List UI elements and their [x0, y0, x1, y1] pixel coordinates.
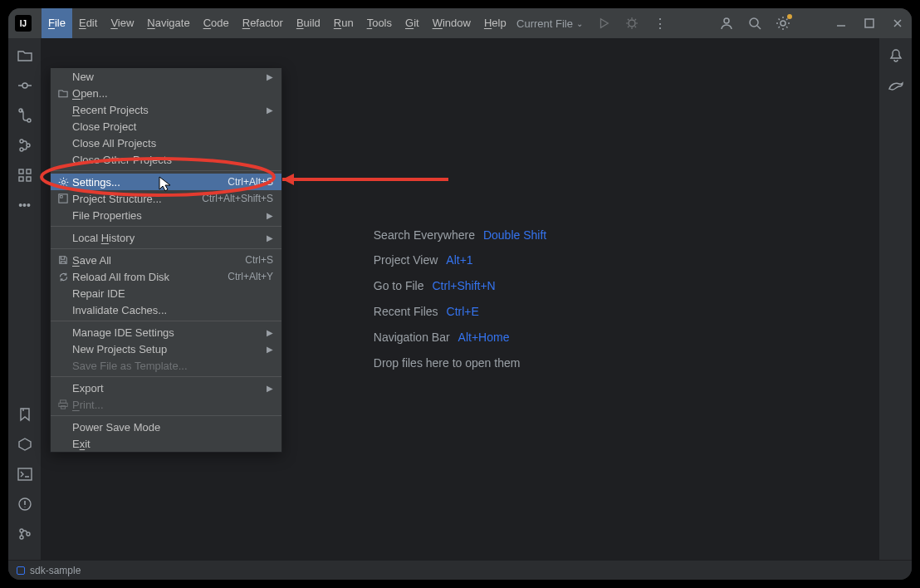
svg-rect-4 — [865, 19, 874, 27]
svg-point-18 — [20, 536, 23, 539]
terminal-tool-icon[interactable] — [16, 465, 34, 483]
build-tool-icon[interactable] — [16, 435, 34, 453]
file-menu-open[interactable]: Open... — [51, 85, 281, 101]
vcs-tool-icon[interactable] — [16, 106, 34, 125]
status-indicator-icon[interactable] — [17, 566, 25, 575]
file-menu-recent-projects[interactable]: Recent Projects▶ — [51, 101, 281, 118]
settings-icon[interactable] — [776, 16, 790, 31]
file-menu-dropdown: New▶Open...Recent Projects▶Close Project… — [50, 68, 282, 453]
menu-item-label: Close All Projects — [72, 137, 273, 149]
menu-tools[interactable]: Tools — [360, 8, 399, 38]
debug-icon[interactable] — [624, 16, 639, 31]
chevron-right-icon: ▶ — [267, 233, 273, 243]
chevron-right-icon: ▶ — [267, 105, 273, 115]
maximize-button[interactable] — [862, 16, 877, 31]
menu-file[interactable]: File — [42, 8, 72, 38]
svg-rect-15 — [18, 468, 32, 480]
menu-navigate[interactable]: Navigate — [140, 8, 196, 38]
file-menu-power-save-mode[interactable]: Power Save Mode — [51, 419, 281, 435]
menu-item-label: Save File as Template... — [72, 360, 273, 372]
file-menu-close-other-projects[interactable]: Close Other Projects — [51, 151, 281, 168]
chevron-down-icon: ⌄ — [576, 19, 583, 28]
welcome-shortcut: Ctrl+E — [447, 299, 479, 325]
more-icon[interactable]: ⋮ — [653, 16, 668, 31]
menu-code[interactable]: Code — [197, 8, 236, 38]
svg-rect-22 — [61, 196, 63, 198]
menu-separator — [51, 376, 281, 377]
menu-item-label: Close Project — [72, 120, 273, 133]
menu-build[interactable]: Build — [290, 8, 327, 38]
project-name-label[interactable]: sdk-sample — [30, 565, 81, 576]
menu-item-label: Local History — [72, 232, 267, 244]
file-menu-new-projects-setup[interactable]: New Projects Setup▶ — [51, 341, 281, 357]
svg-point-0 — [629, 20, 635, 27]
file-menu-invalidate-caches[interactable]: Invalidate Caches... — [51, 301, 281, 318]
file-menu-settings[interactable]: Settings...Ctrl+Alt+S — [51, 174, 281, 190]
welcome-shortcut: Ctrl+Shift+N — [432, 273, 495, 299]
file-menu-save-all[interactable]: Save AllCtrl+S — [51, 252, 281, 268]
commit-tool-icon[interactable] — [16, 76, 34, 95]
svg-point-19 — [27, 532, 30, 536]
gradle-tool-icon[interactable] — [887, 76, 905, 95]
svg-rect-11 — [19, 169, 23, 174]
menu-run[interactable]: Run — [327, 8, 360, 38]
minimize-button[interactable] — [834, 16, 849, 31]
menu-window[interactable]: Window — [426, 8, 477, 38]
welcome-shortcut: Double Shift — [483, 223, 546, 248]
menu-item-label: Project Structure... — [72, 193, 202, 205]
menu-separator — [51, 226, 281, 227]
gear-icon — [57, 176, 69, 188]
menu-refactor[interactable]: Refactor — [236, 8, 290, 38]
file-menu-local-history[interactable]: Local History▶ — [51, 229, 281, 246]
welcome-label: Drop files here to open them — [374, 350, 521, 376]
search-icon[interactable] — [747, 16, 762, 31]
close-button[interactable] — [890, 16, 905, 31]
file-menu-manage-ide-settings[interactable]: Manage IDE Settings▶ — [51, 324, 281, 341]
menu-git[interactable]: Git — [399, 8, 426, 38]
account-icon[interactable] — [719, 16, 734, 31]
file-menu-reload-all-from-disk[interactable]: Reload All from DiskCtrl+Alt+Y — [51, 268, 281, 285]
run-icon[interactable] — [596, 16, 611, 31]
file-menu-new[interactable]: New▶ — [51, 68, 281, 85]
menu-separator — [51, 248, 281, 249]
menu-item-label: New — [72, 71, 267, 83]
file-menu-project-structure[interactable]: Project Structure...Ctrl+Alt+Shift+S — [51, 190, 281, 207]
welcome-screen: Search EverywhereDouble ShiftProject Vie… — [374, 223, 546, 376]
file-menu-repair-ide[interactable]: Repair IDE — [51, 285, 281, 301]
menu-item-label: File Properties — [72, 209, 267, 222]
svg-point-9 — [20, 148, 23, 151]
services-tool-icon[interactable] — [16, 166, 34, 184]
run-config-selector[interactable]: Current File ⌄ — [516, 17, 583, 30]
menu-item-label: Reload All from Disk — [72, 271, 228, 283]
menu-view[interactable]: View — [104, 8, 140, 38]
file-menu-close-project[interactable]: Close Project — [51, 118, 281, 135]
notifications-icon[interactable] — [887, 47, 905, 65]
more-tools-icon[interactable]: ••• — [16, 196, 34, 214]
git-tool-icon[interactable] — [16, 525, 34, 543]
svg-point-8 — [20, 140, 23, 143]
project-tool-icon[interactable] — [16, 47, 34, 65]
folder-icon — [57, 87, 69, 99]
file-menu-exit[interactable]: Exit — [51, 435, 281, 452]
right-tool-strip — [878, 38, 912, 560]
menu-separator — [51, 170, 281, 171]
file-menu-close-all-projects[interactable]: Close All Projects — [51, 135, 281, 151]
bookmarks-tool-icon[interactable] — [16, 405, 34, 424]
file-menu-save-file-as-template: Save File as Template... — [51, 357, 281, 374]
shortcut-label: Ctrl+Alt+Shift+S — [202, 193, 273, 204]
file-menu-file-properties[interactable]: File Properties▶ — [51, 207, 281, 223]
menu-edit[interactable]: Edit — [72, 8, 104, 38]
menu-help[interactable]: Help — [477, 8, 513, 38]
svg-point-3 — [781, 21, 785, 26]
menu-item-label: Export — [72, 382, 267, 394]
welcome-row: Search EverywhereDouble Shift — [374, 223, 546, 248]
menu-item-label: Recent Projects — [72, 104, 267, 116]
menu-item-label: Close Other Projects — [72, 154, 273, 166]
svg-point-5 — [22, 83, 27, 88]
file-menu-export[interactable]: Export▶ — [51, 380, 281, 396]
menu-item-label: Repair IDE — [72, 287, 273, 300]
welcome-label: Search Everywhere — [374, 223, 475, 248]
problems-tool-icon[interactable] — [16, 495, 34, 513]
structure-tool-icon[interactable] — [16, 136, 34, 154]
menu-item-label: Power Save Mode — [72, 421, 273, 434]
